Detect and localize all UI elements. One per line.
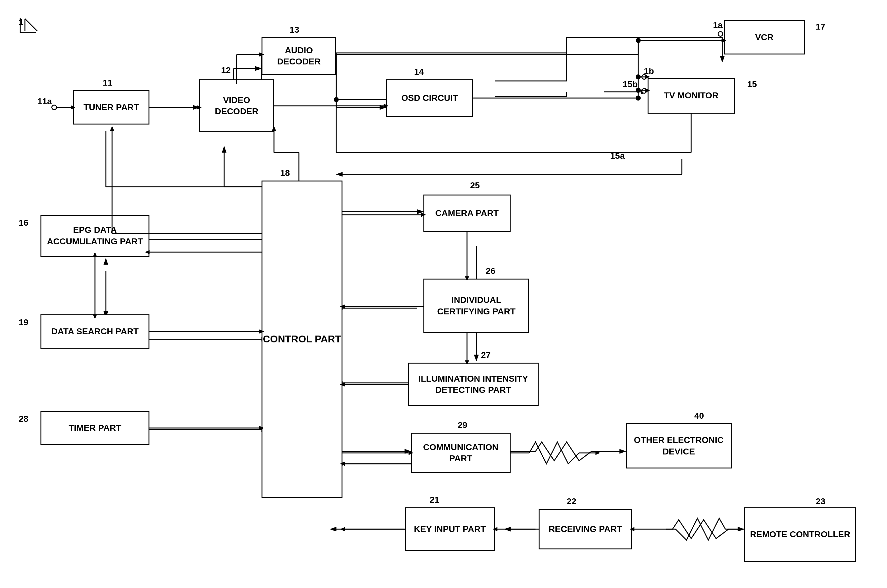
svg-line-0 bbox=[25, 19, 38, 31]
label-26: 26 bbox=[486, 266, 495, 276]
label-28: 28 bbox=[19, 414, 29, 424]
figure-number: 1 bbox=[19, 17, 24, 27]
key-input-block: KEY INPUT PART bbox=[405, 507, 495, 551]
label-18: 18 bbox=[280, 168, 290, 178]
label-25: 25 bbox=[470, 180, 480, 190]
svg-marker-62 bbox=[336, 172, 342, 177]
label-21: 21 bbox=[430, 495, 439, 505]
svg-marker-5 bbox=[193, 105, 199, 110]
svg-marker-102 bbox=[110, 126, 114, 131]
svg-marker-8 bbox=[255, 66, 261, 70]
block-diagram: 1 11a TUNER PART 11 AUDIO DECODER 13 VID… bbox=[0, 0, 887, 588]
illumination-block: ILLUMINATION INTENSITY DETECTING PART bbox=[408, 363, 539, 406]
svg-marker-53 bbox=[330, 527, 336, 531]
data-search-block: DATA SEARCH PART bbox=[41, 314, 149, 349]
svg-point-91 bbox=[636, 96, 641, 100]
video-decoder-block: VIDEO DECODER bbox=[199, 80, 274, 132]
timer-part-block: TIMER PART bbox=[41, 411, 149, 445]
label-17: 17 bbox=[816, 22, 825, 32]
communication-block: COMMUNICATION PART bbox=[411, 433, 510, 473]
epg-data-block: EPG DATA ACCUMULATING PART bbox=[41, 215, 149, 257]
svg-marker-127 bbox=[596, 451, 600, 455]
label-15: 15 bbox=[747, 80, 757, 89]
label-13: 13 bbox=[290, 25, 299, 35]
svg-point-76 bbox=[636, 38, 641, 43]
node-11a bbox=[51, 105, 57, 110]
label-1b: 1b bbox=[644, 66, 654, 76]
label-12: 12 bbox=[221, 65, 231, 75]
svg-marker-129 bbox=[340, 527, 345, 531]
svg-point-86 bbox=[334, 97, 339, 102]
osd-circuit-block: OSD CIRCUIT bbox=[386, 80, 473, 117]
svg-marker-44 bbox=[474, 355, 479, 361]
label-27: 27 bbox=[481, 350, 491, 360]
audio-decoder-block: AUDIO DECODER bbox=[261, 38, 336, 75]
node-15b bbox=[641, 88, 647, 94]
node-1a bbox=[717, 31, 723, 37]
label-14: 14 bbox=[414, 67, 424, 77]
svg-point-78 bbox=[636, 74, 641, 80]
label-11a: 11a bbox=[38, 96, 52, 106]
label-15b: 15b bbox=[623, 80, 638, 89]
label-23: 23 bbox=[816, 496, 825, 507]
svg-marker-55 bbox=[504, 527, 510, 531]
svg-marker-49 bbox=[620, 449, 626, 453]
label-16: 16 bbox=[19, 218, 29, 228]
label-22: 22 bbox=[567, 496, 576, 507]
label-15a: 15a bbox=[610, 151, 625, 161]
tv-monitor-block: TV MONITOR bbox=[648, 78, 735, 114]
svg-marker-21 bbox=[720, 56, 725, 62]
individual-certifying-block: INDIVIDUAL CERTIFYING PART bbox=[423, 279, 529, 333]
label-19: 19 bbox=[19, 318, 29, 327]
label-11: 11 bbox=[103, 78, 113, 88]
label-40: 40 bbox=[694, 411, 704, 421]
vcr-block: VCR bbox=[724, 20, 805, 54]
svg-marker-56 bbox=[738, 527, 744, 531]
svg-marker-48 bbox=[405, 449, 411, 453]
svg-marker-13 bbox=[380, 105, 386, 110]
label-29: 29 bbox=[458, 420, 467, 430]
receiving-part-block: RECEIVING PART bbox=[539, 509, 632, 549]
camera-part-block: CAMERA PART bbox=[423, 195, 510, 232]
remote-controller-block: REMOTE CONTROLLER bbox=[744, 507, 856, 562]
label-1a: 1a bbox=[713, 20, 723, 30]
svg-marker-23 bbox=[222, 146, 226, 153]
svg-marker-38 bbox=[417, 210, 423, 214]
control-part-block: CONTROL PART bbox=[261, 180, 342, 498]
svg-marker-32 bbox=[104, 258, 108, 265]
other-electronic-block: OTHER ELECTRONIC DEVICE bbox=[626, 423, 732, 468]
tuner-part-block: TUNER PART bbox=[73, 90, 149, 124]
